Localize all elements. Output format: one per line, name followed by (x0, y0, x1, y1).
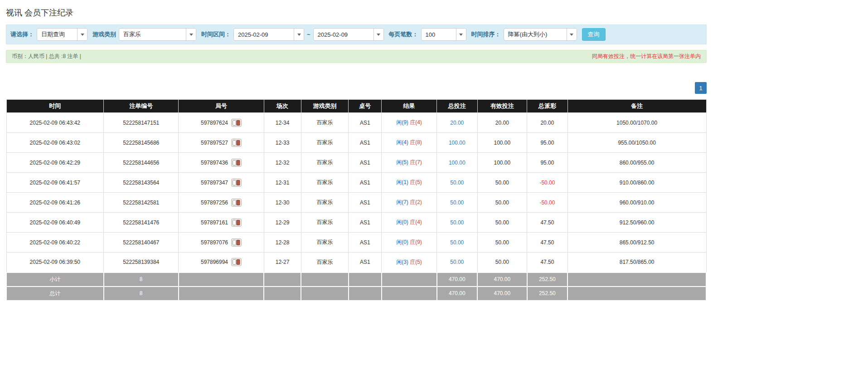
total-valid-bet: 470.00 (477, 287, 527, 301)
total-bet-link[interactable]: 50.00 (450, 259, 464, 265)
total-bet-link[interactable]: 50.00 (450, 219, 464, 226)
subtotal-payout: 252.50 (527, 272, 568, 287)
time-sort-select[interactable]: 降冪(由大到小) (504, 28, 577, 41)
total-bet-link[interactable]: 20.00 (450, 120, 464, 126)
cell-bet-id: 522258139384 (104, 253, 179, 272)
column-header: 备注 (567, 100, 706, 113)
result-cards-icon[interactable] (231, 119, 242, 127)
cell-valid-bet: 50.00 (477, 233, 527, 253)
cell-valid-bet: 50.00 (477, 193, 527, 213)
chevron-down-icon[interactable] (456, 29, 466, 40)
cell-empty (264, 287, 301, 301)
result-cards-icon[interactable] (231, 219, 242, 227)
subtotal-total-bet: 470.00 (437, 272, 478, 287)
game-type-select[interactable]: 百家乐 (119, 28, 196, 41)
player-result: 闲(3) (396, 259, 408, 265)
cell-result: 闲(4) 庄(8) (382, 133, 437, 153)
subtotal-valid-bet: 470.00 (477, 272, 527, 287)
column-header: 场次 (264, 100, 301, 113)
cell-table-no: AS1 (349, 133, 382, 153)
cell-valid-bet: 100.00 (477, 133, 527, 153)
cell-session: 12-32 (264, 153, 301, 173)
cell-result: 闲(1) 庄(5) (382, 173, 437, 193)
page-size-select[interactable]: 100 (421, 28, 466, 41)
result-cards-icon[interactable] (231, 159, 242, 167)
chevron-down-icon[interactable] (77, 29, 87, 40)
cell-round-id: 597897256 (179, 193, 264, 213)
query-type-label: 请选择： (10, 30, 34, 39)
total-bet-link[interactable]: 100.00 (449, 160, 466, 166)
cell-game-type: 百家乐 (301, 233, 349, 253)
cell-remark: 960.00/910.00 (567, 193, 706, 213)
cell-result: 闲(7) 庄(2) (382, 193, 437, 213)
cell-empty (349, 287, 382, 301)
cell-bet-id: 522258147151 (104, 113, 179, 133)
cell-time: 2025-02-09 06:42:29 (6, 153, 104, 173)
total-bet-link[interactable]: 50.00 (450, 239, 464, 246)
cell-valid-bet: 100.00 (477, 153, 527, 173)
result-cards-icon[interactable] (231, 258, 242, 266)
chevron-down-icon[interactable] (567, 29, 577, 40)
cell-valid-bet: 50.00 (477, 253, 527, 272)
column-header: 有效投注 (477, 100, 527, 113)
cell-table-no: AS1 (349, 233, 382, 253)
cell-empty (301, 287, 349, 301)
subtotal-label: 小计 (6, 272, 104, 287)
cell-bet-id: 522258142581 (104, 193, 179, 213)
cell-table-no: AS1 (349, 153, 382, 173)
valid-bet-notice-text: 同局有效投注，统一计算在该局第一张注单内 (592, 53, 701, 60)
result-cards-icon[interactable] (231, 238, 242, 247)
cell-session: 12-34 (264, 113, 301, 133)
cell-result: 闲(0) 庄(9) (382, 233, 437, 253)
currency-summary-text: 币别：人民币 | 总共 :8 注单 | (12, 53, 81, 60)
date-to-picker[interactable]: 2025-02-09 (313, 28, 384, 41)
pagination-page-1-button[interactable]: 1 (695, 82, 707, 94)
cell-session: 12-27 (264, 253, 301, 272)
cell-session: 12-33 (264, 133, 301, 153)
cell-total-bet: 100.00 (437, 133, 478, 153)
result-cards-icon[interactable] (231, 179, 242, 187)
cell-remark: 860.00/955.00 (567, 153, 706, 173)
cell-total-bet: 100.00 (437, 153, 478, 173)
cell-payout: 47.50 (527, 213, 568, 233)
subtotal-row: 小计 8 470.00 470.00 252.50 (6, 272, 706, 287)
cell-round-id: 597896994 (179, 253, 264, 272)
player-result: 闲(0) (396, 239, 408, 245)
cell-game-type: 百家乐 (301, 153, 349, 173)
banker-result: 庄(5) (410, 259, 422, 265)
chevron-down-icon[interactable] (294, 29, 304, 40)
result-cards-icon[interactable] (231, 199, 242, 207)
chevron-down-icon[interactable] (186, 29, 196, 40)
banker-result: 庄(5) (410, 179, 422, 185)
cell-payout: 47.50 (527, 253, 568, 272)
chevron-down-icon[interactable] (373, 29, 383, 40)
total-count: 8 (104, 287, 179, 301)
result-cards-icon[interactable] (231, 139, 242, 147)
cell-table-no: AS1 (349, 193, 382, 213)
banker-result: 庄(7) (410, 159, 422, 165)
cell-empty (301, 272, 349, 287)
game-type-value: 百家乐 (119, 30, 186, 39)
table-row: 2025-02-09 06:39:50522258139384597896994… (6, 253, 706, 272)
banker-result: 庄(8) (410, 139, 422, 146)
cell-round-id: 597897527 (179, 133, 264, 153)
game-type-group: 游戏类别 百家乐 (92, 28, 196, 41)
game-type-label: 游戏类别 (92, 30, 116, 39)
query-type-select[interactable]: 日期查询 (37, 28, 87, 41)
pagination: 1 (6, 82, 707, 94)
range-separator: ~ (307, 31, 310, 38)
cell-payout: 47.50 (527, 233, 568, 253)
total-bet-link[interactable]: 50.00 (450, 199, 464, 206)
total-bet-link[interactable]: 100.00 (449, 140, 466, 146)
round-id-text: 597896994 (201, 259, 228, 265)
banker-result: 庄(2) (410, 199, 422, 205)
search-button[interactable]: 查询 (582, 28, 606, 41)
page-title: 视讯 会员下注纪录 (6, 7, 707, 18)
column-header: 总派彩 (527, 100, 568, 113)
date-from-picker[interactable]: 2025-02-09 (233, 28, 304, 41)
total-label: 总计 (6, 287, 104, 301)
round-id-text: 597897527 (201, 140, 228, 146)
cell-valid-bet: 20.00 (477, 113, 527, 133)
total-bet-link[interactable]: 50.00 (450, 180, 464, 186)
cell-valid-bet: 50.00 (477, 173, 527, 193)
